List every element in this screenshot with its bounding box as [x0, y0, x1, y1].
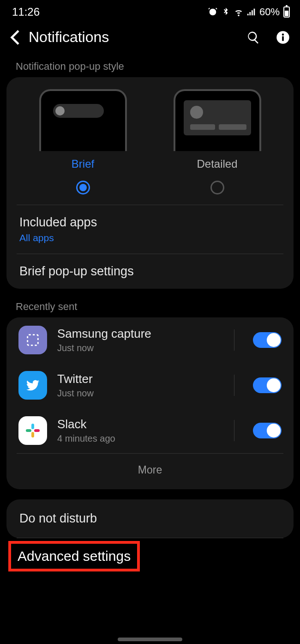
- svg-rect-7: [34, 429, 40, 432]
- search-icon[interactable]: [246, 30, 260, 44]
- svg-point-2: [282, 33, 284, 36]
- recent-title: Slack: [57, 417, 224, 431]
- battery-percent: 60%: [259, 6, 280, 18]
- recent-title: Twitter: [57, 372, 224, 386]
- info-icon[interactable]: [276, 30, 290, 44]
- popup-option-brief[interactable]: Brief: [30, 89, 136, 202]
- brief-popup-settings-row[interactable]: Brief pop-up settings: [6, 254, 294, 289]
- toggle-samsung-capture[interactable]: [253, 332, 282, 348]
- do-not-disturb-row[interactable]: Do not disturb: [6, 499, 294, 538]
- brief-popup-settings-title: Brief pop-up settings: [19, 264, 281, 279]
- included-apps-sub: All apps: [19, 232, 281, 243]
- recent-item-slack[interactable]: Slack 4 minutes ago: [6, 408, 294, 453]
- recent-item-twitter[interactable]: Twitter Just now: [6, 363, 294, 408]
- bluetooth-icon: [221, 7, 231, 17]
- included-apps-title: Included apps: [19, 215, 281, 230]
- included-apps-row[interactable]: Included apps All apps: [6, 205, 294, 254]
- svg-rect-5: [26, 429, 31, 432]
- detailed-label: Detailed: [197, 158, 237, 170]
- recent-time: 4 minutes ago: [57, 433, 224, 444]
- wifi-icon: [234, 7, 244, 17]
- battery-icon: [283, 6, 290, 18]
- back-icon[interactable]: [10, 30, 19, 45]
- nav-home-indicator[interactable]: [118, 638, 182, 641]
- svg-rect-1: [282, 36, 284, 41]
- more-button[interactable]: More: [6, 454, 294, 489]
- svg-rect-6: [31, 432, 34, 437]
- section-popup-style: Notification pop-up style: [0, 55, 300, 77]
- alarm-icon: [208, 7, 218, 17]
- twitter-icon: [18, 371, 47, 400]
- recent-item-samsung-capture[interactable]: Samsung capture Just now: [6, 317, 294, 363]
- recent-card: Samsung capture Just now Twitter Just no…: [6, 317, 294, 489]
- settings-card: Do not disturb: [6, 499, 294, 538]
- status-bar: 11:26 60%: [0, 0, 300, 22]
- header: Notifications: [0, 22, 300, 55]
- popup-style-card: Brief Detailed Included apps All apps Br…: [6, 77, 294, 289]
- popup-option-detailed[interactable]: Detailed: [164, 89, 270, 202]
- detailed-preview: [174, 89, 261, 151]
- slack-icon: [18, 416, 47, 445]
- advanced-settings-row[interactable]: Advanced settings: [8, 541, 140, 571]
- toggle-twitter[interactable]: [253, 377, 282, 393]
- toggle-slack[interactable]: [253, 423, 282, 438]
- recent-title: Samsung capture: [57, 327, 224, 341]
- svg-rect-3: [28, 335, 38, 346]
- page-title: Notifications: [29, 29, 237, 46]
- section-recently-sent: Recently sent: [0, 289, 300, 317]
- recent-time: Just now: [57, 388, 224, 399]
- brief-preview: [39, 89, 127, 151]
- status-time: 11:26: [12, 6, 40, 18]
- radio-brief[interactable]: [76, 181, 90, 194]
- signal-icon: [246, 7, 257, 17]
- samsung-capture-icon: [18, 326, 47, 354]
- radio-detailed[interactable]: [210, 181, 224, 194]
- status-icons: 60%: [208, 6, 290, 18]
- brief-label: Brief: [72, 158, 94, 170]
- recent-time: Just now: [57, 343, 224, 353]
- svg-rect-4: [31, 424, 34, 429]
